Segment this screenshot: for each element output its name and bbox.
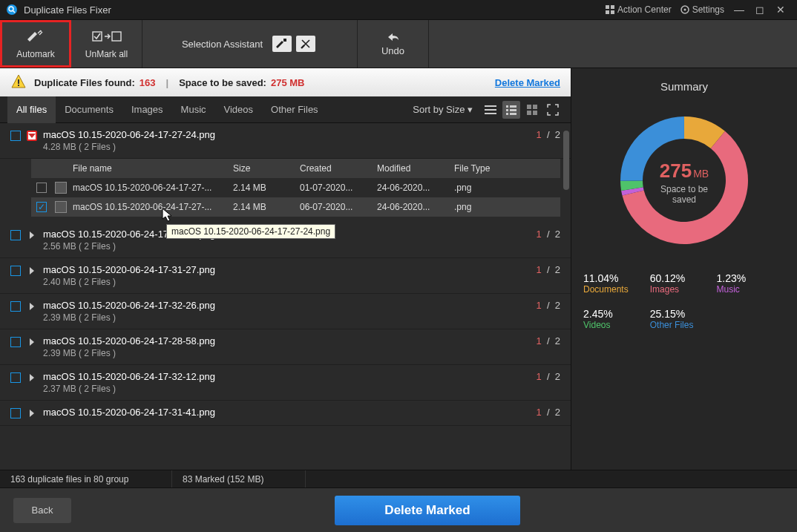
group-row[interactable]: macOS 10.15-2020-06-24-17-28-58.png 2.39… <box>0 329 571 365</box>
svg-rect-14 <box>18 85 19 86</box>
group-expand-toggle[interactable] <box>27 408 37 418</box>
group-checkbox[interactable] <box>10 230 21 240</box>
bottom-bar: Back Delete Marked <box>0 487 797 532</box>
group-count: 1 / 2 <box>536 300 560 311</box>
file-modified: 24-06-2020... <box>377 183 454 193</box>
group-expand-toggle[interactable] <box>27 337 37 347</box>
tab-images[interactable]: Images <box>122 96 172 123</box>
sort-dropdown[interactable]: Sort by Size ▾ <box>413 104 473 115</box>
filename-tooltip: macOS 10.15-2020-06-24-17-27-24.png <box>166 224 335 239</box>
file-row[interactable]: macOS 10.15-2020-06-24-17-27-... 2.14 MB… <box>31 178 560 197</box>
group-expand-toggle[interactable] <box>27 266 37 276</box>
summary-category: 11.04%Documents <box>583 272 650 295</box>
group-expand-toggle[interactable] <box>27 131 37 141</box>
automark-button[interactable]: Automark <box>0 20 71 68</box>
space-label: Space to be saved: <box>179 77 266 88</box>
results-pane: Duplicate Files found: 163 | Space to be… <box>0 68 571 470</box>
file-list[interactable]: macOS 10.15-2020-06-24-17-27-24.png 4.28… <box>0 123 571 470</box>
unmark-label: UnMark all <box>85 49 128 59</box>
svg-rect-4 <box>611 5 614 9</box>
summary-category: 60.12%Images <box>650 272 717 295</box>
svg-point-8 <box>683 9 686 11</box>
file-created: 06-07-2020... <box>300 202 377 212</box>
view-fullscreen-icon[interactable] <box>544 101 562 119</box>
group-row[interactable]: macOS 10.15-2020-06-24-17-32-26.png 2.39… <box>0 294 571 329</box>
back-button[interactable]: Back <box>13 498 71 523</box>
selection-assistant-button-2[interactable] <box>296 36 315 52</box>
group-row[interactable]: macOS 10.15-2020-06-24-17-31-27.png 2.40… <box>0 258 571 294</box>
group-checkbox[interactable] <box>10 408 21 418</box>
file-row[interactable]: ✓ macOS 10.15-2020-06-24-17-27-... 2.14 … <box>31 197 560 217</box>
summary-category: 2.45%Videos <box>583 308 650 330</box>
group-checkbox[interactable] <box>10 372 21 383</box>
svg-rect-6 <box>611 10 614 14</box>
file-type: .png <box>454 202 506 212</box>
tab-videos[interactable]: Videos <box>215 96 263 123</box>
svg-rect-10 <box>93 32 102 41</box>
tab-music[interactable]: Music <box>172 96 215 123</box>
view-details-icon[interactable] <box>502 101 520 119</box>
tab-other-files[interactable]: Other Files <box>262 96 327 123</box>
minimize-button[interactable]: — <box>729 4 750 16</box>
status-duplicates: 163 duplicate files in 80 group <box>0 470 172 487</box>
svg-rect-22 <box>506 113 508 115</box>
group-checkbox[interactable] <box>10 131 21 141</box>
space-value: 275 MB <box>271 77 305 88</box>
summary-category: 1.23%Music <box>717 272 784 295</box>
action-center-button[interactable]: Action Center <box>606 4 672 15</box>
file-checkbox[interactable] <box>36 183 47 193</box>
tab-documents[interactable]: Documents <box>56 96 122 123</box>
group-meta: 2.37 MB ( 2 Files ) <box>43 384 536 394</box>
delete-marked-button[interactable]: Delete Marked <box>335 496 520 525</box>
file-created: 01-07-2020... <box>300 183 377 193</box>
file-size: 2.14 MB <box>233 202 300 212</box>
svg-rect-21 <box>510 109 516 111</box>
undo-button[interactable]: Undo <box>358 20 429 68</box>
group-count: 1 / 2 <box>536 407 560 418</box>
group-name: macOS 10.15-2020-06-24-17-28-58.png <box>43 335 536 347</box>
automark-label: Automark <box>16 49 54 59</box>
scrollbar[interactable] <box>563 131 569 190</box>
group-expand-toggle[interactable] <box>27 230 37 240</box>
summary-donut: 275MB Space to besaved <box>583 106 785 254</box>
group-meta: 2.56 MB ( 2 Files ) <box>43 241 536 252</box>
file-checkbox[interactable]: ✓ <box>36 202 47 212</box>
svg-rect-24 <box>527 105 531 109</box>
group-row[interactable]: macOS 10.15-2020-06-24-17-31-41.png 1 / … <box>0 401 571 426</box>
group-row[interactable]: macOS 10.15-2020-06-24-17-27-24.png 4.28… <box>0 123 571 159</box>
group-count: 1 / 2 <box>536 264 560 275</box>
group-row[interactable]: macOS 10.15-2020-06-24-17-32-12.png 2.37… <box>0 365 571 401</box>
tab-all-files[interactable]: All files <box>7 96 56 123</box>
delete-marked-link[interactable]: Delete Marked <box>495 77 560 88</box>
group-meta: 2.39 MB ( 2 Files ) <box>43 348 536 358</box>
group-expand-toggle[interactable] <box>27 372 37 383</box>
selection-assistant-button-1[interactable] <box>272 36 292 52</box>
settings-button[interactable]: Settings <box>680 4 724 15</box>
svg-rect-19 <box>510 105 516 108</box>
summary-title: Summary <box>583 80 785 93</box>
view-list-icon[interactable] <box>482 101 499 119</box>
close-button[interactable]: ✕ <box>770 4 791 16</box>
group-checkbox[interactable] <box>10 301 21 312</box>
group-count: 1 / 2 <box>536 371 560 382</box>
undo-icon <box>385 31 401 45</box>
group-name: macOS 10.15-2020-06-24-17-27-24.png <box>43 129 536 140</box>
svg-rect-12 <box>283 39 286 42</box>
svg-rect-3 <box>606 5 609 9</box>
file-name: macOS 10.15-2020-06-24-17-27-... <box>70 183 233 193</box>
settings-label: Settings <box>692 4 724 15</box>
maximize-button[interactable]: ◻ <box>750 4 770 16</box>
group-checkbox[interactable] <box>10 337 21 347</box>
found-count: 163 <box>140 77 156 88</box>
group-name: macOS 10.15-2020-06-24-17-32-12.png <box>43 371 536 382</box>
statusbar: 163 duplicate files in 80 group 83 Marke… <box>0 470 797 487</box>
unmark-all-button[interactable]: UnMark all <box>71 20 142 68</box>
svg-rect-16 <box>485 109 496 111</box>
status-marked: 83 Marked (152 MB) <box>172 470 306 487</box>
group-name: macOS 10.15-2020-06-24-17-32-26.png <box>43 300 536 311</box>
app-logo-icon <box>6 4 18 16</box>
donut-value: 275 <box>660 160 692 182</box>
group-expand-toggle[interactable] <box>27 301 37 312</box>
group-checkbox[interactable] <box>10 266 21 276</box>
view-grid-icon[interactable] <box>523 101 541 119</box>
